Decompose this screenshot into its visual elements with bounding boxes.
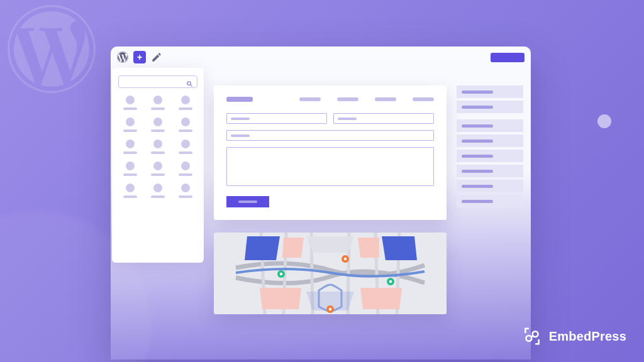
block-icon bbox=[153, 162, 162, 170]
block-icon bbox=[181, 96, 190, 104]
settings-group bbox=[457, 85, 523, 113]
settings-row[interactable] bbox=[457, 101, 523, 113]
email-input[interactable] bbox=[226, 130, 434, 141]
block-icon bbox=[181, 140, 190, 148]
message-textarea[interactable] bbox=[226, 147, 434, 186]
block-item[interactable] bbox=[118, 162, 142, 176]
settings-row[interactable] bbox=[457, 119, 523, 132]
block-label bbox=[179, 195, 192, 198]
block-item[interactable] bbox=[118, 118, 142, 132]
block-label bbox=[123, 195, 137, 198]
block-icon bbox=[153, 184, 162, 192]
submit-button[interactable] bbox=[226, 196, 269, 207]
nav-item[interactable] bbox=[413, 97, 434, 101]
block-item[interactable] bbox=[118, 140, 142, 154]
decorative-dot bbox=[597, 114, 611, 128]
block-item[interactable] bbox=[146, 162, 170, 176]
block-label bbox=[151, 195, 165, 198]
block-icon bbox=[126, 118, 135, 126]
editor-window: + bbox=[111, 47, 531, 359]
wordpress-icon[interactable] bbox=[117, 52, 128, 63]
wordpress-bg-logo bbox=[8, 5, 96, 96]
add-block-button[interactable]: + bbox=[133, 51, 146, 63]
page-header bbox=[226, 97, 434, 102]
search-icon bbox=[186, 79, 193, 85]
last-name-input[interactable] bbox=[333, 113, 434, 124]
block-icon bbox=[126, 96, 135, 104]
embedpress-logo-icon bbox=[521, 326, 543, 347]
edit-icon[interactable] bbox=[151, 52, 162, 63]
block-item[interactable] bbox=[174, 140, 197, 154]
block-label bbox=[123, 151, 137, 154]
block-item[interactable] bbox=[174, 96, 197, 110]
settings-panel bbox=[457, 68, 530, 359]
block-icon bbox=[181, 118, 190, 126]
block-label bbox=[179, 107, 192, 110]
nav-item[interactable] bbox=[337, 97, 358, 101]
block-label bbox=[179, 129, 192, 132]
embedpress-brand: EmbedPress bbox=[521, 326, 626, 347]
block-label bbox=[123, 107, 137, 110]
blocks-search-input[interactable] bbox=[118, 75, 197, 88]
block-label bbox=[123, 173, 137, 176]
block-icon bbox=[181, 162, 190, 170]
block-item[interactable] bbox=[146, 184, 170, 198]
block-item[interactable] bbox=[118, 184, 142, 198]
block-label bbox=[151, 173, 165, 176]
block-icon bbox=[126, 184, 135, 192]
block-item[interactable] bbox=[118, 96, 142, 110]
page-title bbox=[226, 97, 253, 102]
svg-point-8 bbox=[344, 258, 347, 260]
embedpress-brand-name: EmbedPress bbox=[549, 329, 626, 344]
block-item[interactable] bbox=[174, 162, 197, 176]
block-label bbox=[179, 173, 192, 176]
block-icon bbox=[153, 118, 162, 126]
block-item[interactable] bbox=[146, 118, 170, 132]
editor-toolbar: + bbox=[111, 47, 531, 68]
settings-row[interactable] bbox=[457, 85, 523, 98]
nav-item[interactable] bbox=[375, 97, 396, 101]
block-item[interactable] bbox=[146, 140, 170, 154]
block-label bbox=[151, 151, 165, 154]
block-icon bbox=[153, 140, 162, 148]
svg-point-6 bbox=[389, 280, 392, 283]
settings-group bbox=[457, 119, 523, 207]
block-item[interactable] bbox=[146, 96, 170, 110]
page-card bbox=[214, 85, 447, 220]
svg-point-0 bbox=[187, 81, 191, 85]
block-label bbox=[151, 107, 165, 110]
settings-row[interactable] bbox=[457, 165, 523, 177]
svg-line-1 bbox=[191, 84, 192, 86]
nav-item[interactable] bbox=[299, 97, 321, 101]
settings-row[interactable] bbox=[457, 180, 523, 192]
settings-row[interactable] bbox=[457, 134, 523, 147]
block-icon bbox=[181, 184, 190, 192]
block-icon bbox=[126, 140, 135, 148]
block-item[interactable] bbox=[174, 184, 197, 198]
svg-point-4 bbox=[280, 273, 282, 275]
settings-row[interactable] bbox=[457, 195, 523, 207]
block-icon bbox=[126, 162, 135, 170]
first-name-input[interactable] bbox=[226, 113, 327, 124]
editor-canvas[interactable] bbox=[214, 68, 447, 359]
blocks-panel bbox=[112, 68, 204, 263]
map-embed[interactable] bbox=[214, 233, 447, 314]
svg-point-10 bbox=[329, 308, 331, 310]
settings-row[interactable] bbox=[457, 150, 523, 162]
block-label bbox=[123, 129, 137, 132]
publish-button[interactable] bbox=[491, 53, 525, 62]
block-label bbox=[179, 151, 192, 154]
block-item[interactable] bbox=[174, 118, 197, 132]
block-label bbox=[151, 129, 165, 132]
block-icon bbox=[153, 96, 162, 104]
blocks-grid bbox=[118, 96, 197, 198]
